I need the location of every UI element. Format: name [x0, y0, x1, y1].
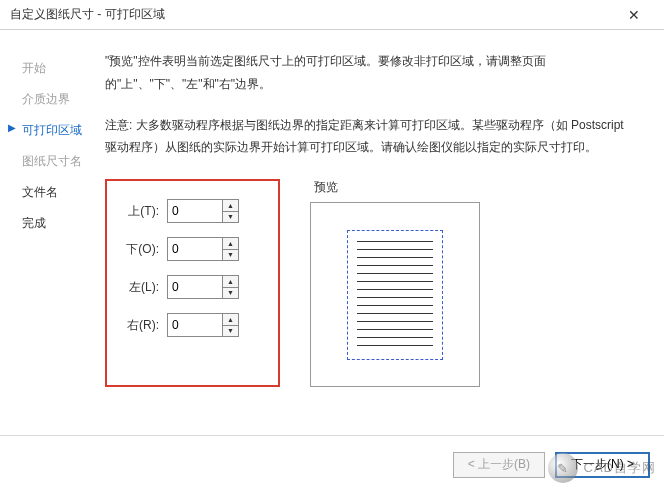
margin-left-input[interactable]	[168, 276, 222, 298]
sidebar-item-sizename: 图纸尺寸名	[22, 153, 105, 170]
spinner-down-icon[interactable]: ▼	[223, 212, 238, 223]
main-panel: "预览"控件表明当前选定图纸尺寸上的可打印区域。要修改非打印区域，请调整页面的"…	[105, 50, 664, 425]
note-text: 注意: 大多数驱动程序根据与图纸边界的指定距离来计算可打印区域。某些驱动程序（如…	[105, 114, 634, 160]
spinner-up-icon[interactable]: ▲	[223, 276, 238, 288]
sidebar-item-media: 介质边界	[22, 91, 105, 108]
margin-row-bottom: 下(O): ▲ ▼	[125, 237, 256, 261]
margin-label-top: 上(T):	[125, 203, 167, 220]
spinner-down-icon[interactable]: ▼	[223, 250, 238, 261]
next-button[interactable]: 下一步(N) >	[555, 452, 650, 478]
content-area: 开始 介质边界 可打印区域 图纸尺寸名 文件名 完成 "预览"控件表明当前选定图…	[0, 30, 664, 435]
margin-label-left: 左(L):	[125, 279, 167, 296]
margin-top-spinner[interactable]: ▲ ▼	[167, 199, 239, 223]
sidebar-item-finish: 完成	[22, 215, 105, 232]
margin-top-input[interactable]	[168, 200, 222, 222]
description-text: "预览"控件表明当前选定图纸尺寸上的可打印区域。要修改非打印区域，请调整页面的"…	[105, 50, 634, 96]
window-title: 自定义图纸尺寸 - 可打印区域	[10, 6, 614, 23]
spinner-up-icon[interactable]: ▲	[223, 200, 238, 212]
margin-label-right: 右(R):	[125, 317, 167, 334]
close-icon[interactable]: ✕	[614, 0, 654, 30]
spinner-up-icon[interactable]: ▲	[223, 314, 238, 326]
preview-area: 预览	[310, 179, 634, 387]
preview-sheet-icon	[347, 230, 443, 360]
margin-bottom-spinner[interactable]: ▲ ▼	[167, 237, 239, 261]
back-button: < 上一步(B)	[453, 452, 545, 478]
margin-row-top: 上(T): ▲ ▼	[125, 199, 256, 223]
spinner-down-icon[interactable]: ▼	[223, 326, 238, 337]
preview-label: 预览	[310, 179, 634, 196]
sidebar-item-filename: 文件名	[22, 184, 105, 201]
sidebar-item-printable: 可打印区域	[22, 122, 105, 139]
margins-highlight-box: 上(T): ▲ ▼ 下(O): ▲	[105, 179, 280, 387]
wizard-sidebar: 开始 介质边界 可打印区域 图纸尺寸名 文件名 完成	[0, 50, 105, 425]
spinner-down-icon[interactable]: ▼	[223, 288, 238, 299]
margin-right-input[interactable]	[168, 314, 222, 336]
spinner-up-icon[interactable]: ▲	[223, 238, 238, 250]
margin-right-spinner[interactable]: ▲ ▼	[167, 313, 239, 337]
margin-label-bottom: 下(O):	[125, 241, 167, 258]
margin-row-left: 左(L): ▲ ▼	[125, 275, 256, 299]
margin-row-right: 右(R): ▲ ▼	[125, 313, 256, 337]
preview-box	[310, 202, 480, 387]
margin-left-spinner[interactable]: ▲ ▼	[167, 275, 239, 299]
footer-bar: < 上一步(B) 下一步(N) > ✎ CAD自学网	[0, 435, 664, 493]
titlebar: 自定义图纸尺寸 - 可打印区域 ✕	[0, 0, 664, 30]
sidebar-item-start: 开始	[22, 60, 105, 77]
margin-bottom-input[interactable]	[168, 238, 222, 260]
